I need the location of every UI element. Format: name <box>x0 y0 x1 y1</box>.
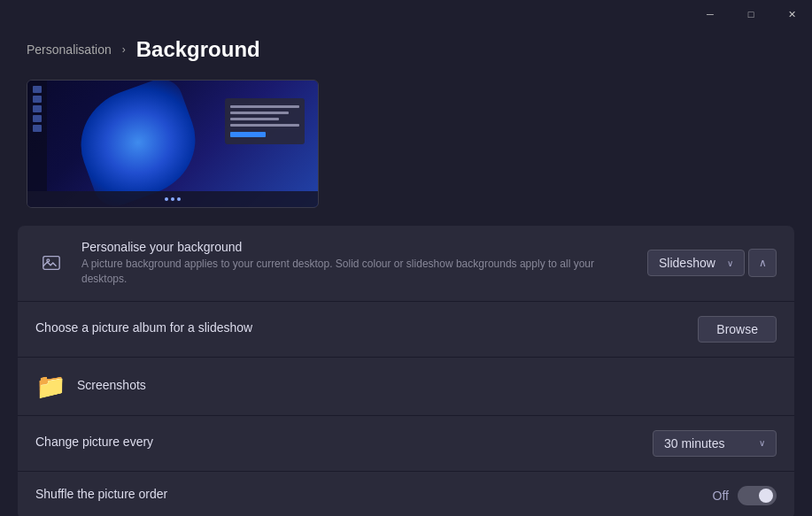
shuffle-toggle[interactable] <box>738 486 777 505</box>
personalise-row: Personalise your background A picture ba… <box>18 226 794 302</box>
change-picture-dropdown[interactable]: 30 minutes ∨ <box>653 430 777 457</box>
expand-icon: ∧ <box>759 257 767 269</box>
preview-frame <box>27 80 319 208</box>
panel-line-3 <box>230 118 279 120</box>
toggle-thumb <box>759 489 773 503</box>
preview-wallpaper <box>81 89 196 196</box>
sidebar-icon-3 <box>33 105 42 112</box>
preview-panel <box>225 98 305 144</box>
dropdown-chevron-icon: ∨ <box>727 258 733 268</box>
preview-desktop <box>27 81 318 207</box>
breadcrumb-personalisation[interactable]: Personalisation <box>27 42 112 57</box>
shuffle-row: Shuffle the picture order Off <box>18 472 794 516</box>
maximize-button[interactable]: □ <box>731 0 771 28</box>
expand-section-button[interactable]: ∧ <box>748 249 777 277</box>
svg-point-1 <box>47 259 50 262</box>
sidebar-icon-5 <box>33 125 42 132</box>
minutes-chevron-icon: ∨ <box>759 438 765 448</box>
background-icon <box>35 247 67 279</box>
sidebar-icon-4 <box>33 115 42 122</box>
wallpaper-shape <box>66 80 210 208</box>
screenshots-row: 📁 Screenshots <box>18 358 794 416</box>
personalise-text: Personalise your background A picture ba… <box>81 240 633 287</box>
taskbar-dot-3 <box>177 197 181 201</box>
desktop-preview <box>27 80 785 208</box>
screenshots-label: Screenshots <box>77 378 146 392</box>
background-type-dropdown[interactable]: Slideshow ∨ <box>647 250 745 276</box>
taskbar-dot-1 <box>165 197 168 201</box>
breadcrumb: Personalisation › Background <box>0 28 812 80</box>
personalise-desc: A picture background applies to your cur… <box>81 257 633 287</box>
personalise-control: Slideshow ∨ ∧ <box>647 249 777 277</box>
album-row: Choose a picture album for a slideshow B… <box>18 302 794 358</box>
taskbar-dot-2 <box>171 197 174 201</box>
folder-icon: 📁 <box>35 372 66 401</box>
personalise-label: Personalise your background <box>81 240 633 254</box>
page-title: Background <box>136 37 260 62</box>
change-picture-label: Change picture every <box>35 435 653 449</box>
panel-line-1 <box>230 105 299 108</box>
panel-line-2 <box>230 112 289 114</box>
panel-button <box>230 132 266 137</box>
minutes-value: 30 minutes <box>664 436 724 451</box>
change-picture-row: Change picture every 30 minutes ∨ <box>18 416 794 472</box>
browse-button[interactable]: Browse <box>698 316 777 343</box>
titlebar: ─ □ ✕ <box>0 0 812 28</box>
minimize-button[interactable]: ─ <box>690 0 731 28</box>
close-button[interactable]: ✕ <box>771 0 812 28</box>
shuffle-toggle-state: Off <box>713 489 729 503</box>
panel-line-4 <box>230 124 299 127</box>
album-label: Choose a picture album for a slideshow <box>35 320 252 335</box>
settings-content: Personalise your background A picture ba… <box>18 226 794 516</box>
breadcrumb-chevron: › <box>122 43 126 56</box>
sidebar-icon-1 <box>33 86 42 93</box>
preview-sidebar <box>27 81 47 191</box>
preview-taskbar <box>27 191 318 207</box>
shuffle-label: Shuffle the picture order <box>35 487 713 501</box>
shuffle-toggle-container: Off <box>713 486 777 505</box>
sidebar-icon-2 <box>33 96 42 103</box>
dropdown-value: Slideshow <box>659 256 715 270</box>
